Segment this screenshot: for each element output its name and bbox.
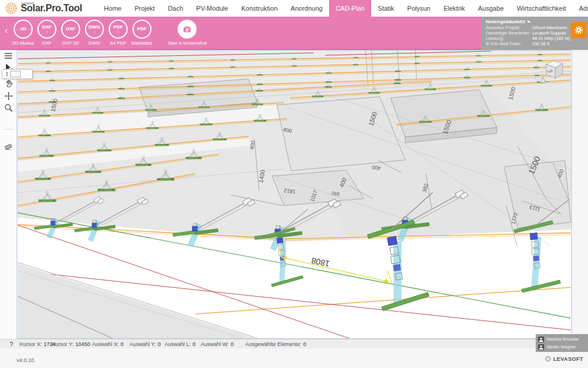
hamburger-icon bbox=[4, 52, 12, 59]
2d-modus-icon: ←2D→ bbox=[14, 20, 33, 39]
version-label: v4.0.10 bbox=[17, 357, 34, 363]
menu-item-admin[interactable]: Admin bbox=[573, 0, 588, 17]
status-bar: ? Kursor X:1724 Kursor Y:10450 Auswahl X… bbox=[0, 339, 588, 348]
pdf-download-icon: PDF↓ bbox=[109, 20, 128, 39]
massstaebe-pdf-button[interactable]: PDF Maßstäbe bbox=[130, 20, 154, 46]
project-row-value: 150.36 € bbox=[532, 41, 549, 46]
selection-l-field: Auswahl L:0 bbox=[165, 341, 195, 347]
menu-item-projekt[interactable]: Projekt bbox=[128, 0, 161, 17]
left-tool-strip bbox=[0, 50, 17, 339]
settings-button[interactable] bbox=[571, 22, 587, 38]
levasoft-sun-icon bbox=[545, 356, 551, 362]
menu-item-statik[interactable]: Statik bbox=[371, 0, 401, 17]
menu-item-elektrik[interactable]: Elektrik bbox=[437, 0, 472, 17]
move-tool-button[interactable] bbox=[0, 90, 17, 102]
project-row-label: Derzeitiger Bearbeiter: bbox=[486, 30, 532, 36]
user-row[interactable]: Martina Brückler bbox=[538, 335, 586, 343]
cursor-x-field: Kursor X:1724 bbox=[20, 341, 56, 347]
app-logo: Levasoft Solar.Pro.Tool bbox=[5, 2, 82, 15]
edit-project-icon[interactable]: ✎ bbox=[527, 20, 530, 24]
project-info-panel: Nebengebäude02✎ Aktuelles Projekt:GRoof … bbox=[481, 17, 588, 50]
top-menu-bar: Levasoft Solar.Pro.Tool Home Projekt Dac… bbox=[0, 0, 588, 17]
user-avatar-icon bbox=[538, 344, 544, 350]
online-users-panel: Martina Brückler Stefan Wagner bbox=[536, 334, 588, 352]
eraser-tool-button[interactable] bbox=[0, 140, 17, 152]
project-row-value: GRoof Mannheim bbox=[532, 25, 567, 30]
user-avatar-icon bbox=[538, 336, 544, 342]
selected-elements-field: Ausgewählte Elemente:0 bbox=[245, 341, 306, 347]
dxf-2d-icon: DXF bbox=[61, 20, 80, 39]
menu-item-anordnung[interactable]: Anordnung bbox=[284, 0, 329, 17]
levasoft-logo: LEVASOFT bbox=[545, 356, 583, 362]
menu-item-polysun[interactable]: Polysun bbox=[401, 0, 437, 17]
menu-item-pv-module[interactable]: PV-Module bbox=[189, 0, 235, 17]
project-row-label: Aktuelles Projekt: bbox=[486, 25, 532, 30]
menu-item-wirtschaftlichkeit[interactable]: Wirtschaftlichkeit bbox=[510, 0, 573, 17]
project-title: Nebengebäude02✎ bbox=[486, 19, 568, 24]
menu-item-konstruktion[interactable]: Konstruktion bbox=[235, 0, 284, 17]
dimension-label: 592 bbox=[331, 190, 340, 197]
ribbon-back-chevron-icon[interactable]: ‹ bbox=[5, 25, 8, 35]
a4-pdf-export-button[interactable]: PDF↓ A4 PDF bbox=[106, 20, 130, 46]
project-row-label: €/ Kilo Watt Peak: bbox=[486, 41, 532, 46]
selection-y-field: Auswahl Y:0 bbox=[129, 341, 160, 347]
help-button[interactable]: ? bbox=[10, 341, 13, 348]
project-row-value: 48.41 kWp (182 M) bbox=[532, 36, 570, 41]
menu-item-ausgabe[interactable]: Ausgabe bbox=[472, 0, 510, 17]
take-screenshot-button[interactable]: Take a Screenshot bbox=[160, 20, 214, 46]
selection-x-field: Auswahl X:0 bbox=[92, 341, 124, 347]
cad-drawing[interactable]: Left 15001500150015001500140040040040040… bbox=[17, 51, 571, 338]
tool-flyout: I bbox=[2, 69, 33, 79]
2d-modus-button[interactable]: ←2D→ 2D-Modus bbox=[11, 20, 35, 46]
dxf-download-icon: DXF↓ bbox=[37, 20, 56, 39]
text-cursor-icon[interactable]: I bbox=[6, 71, 8, 77]
move-arrows-icon bbox=[4, 92, 13, 100]
sun-logo-icon bbox=[5, 2, 18, 15]
dxf-export-button[interactable]: DXF↓ DXF bbox=[35, 20, 59, 46]
project-row-value: Levasoft Support bbox=[532, 30, 566, 36]
view-cube-label: Left bbox=[547, 69, 553, 73]
dwg-export-button[interactable]: DWG↓ DWG bbox=[83, 20, 106, 46]
pan-tool-button[interactable] bbox=[0, 78, 17, 90]
menu-item-dach[interactable]: Dach bbox=[162, 0, 190, 17]
project-row-label: Leistung: bbox=[486, 36, 532, 41]
brand-small-text: Levasoft bbox=[21, 1, 34, 5]
magnifier-icon bbox=[4, 103, 13, 112]
dwg-download-icon: DWG↓ bbox=[85, 20, 104, 39]
menu-item-cad-plan[interactable]: CAD-Plan bbox=[329, 0, 371, 17]
main-menu: Home Projekt Dach PV-Module Konstruktion… bbox=[97, 0, 588, 17]
eraser-icon bbox=[4, 142, 13, 150]
gear-icon bbox=[574, 25, 584, 35]
flyout-input[interactable] bbox=[10, 71, 21, 77]
pdf-icon: PDF bbox=[132, 20, 151, 39]
dimension-label: 400 bbox=[371, 164, 381, 171]
camera-icon bbox=[178, 20, 197, 39]
layers-menu-button[interactable] bbox=[0, 50, 17, 62]
levasoft-text: LEVASOFT bbox=[553, 356, 583, 362]
selection-w-field: Auswahl W:0 bbox=[201, 341, 233, 347]
dxf-2d-export-button[interactable]: DXF DXF 2D bbox=[59, 20, 83, 46]
hand-icon bbox=[4, 79, 13, 89]
zoom-tool-button[interactable] bbox=[0, 102, 17, 114]
cursor-y-field: Kursor Y:10450 bbox=[52, 341, 90, 347]
menu-item-home[interactable]: Home bbox=[97, 0, 128, 17]
cad-viewport[interactable]: Left 15001500150015001500140040040040040… bbox=[17, 50, 572, 339]
user-row[interactable]: Stefan Wagner bbox=[538, 343, 586, 351]
